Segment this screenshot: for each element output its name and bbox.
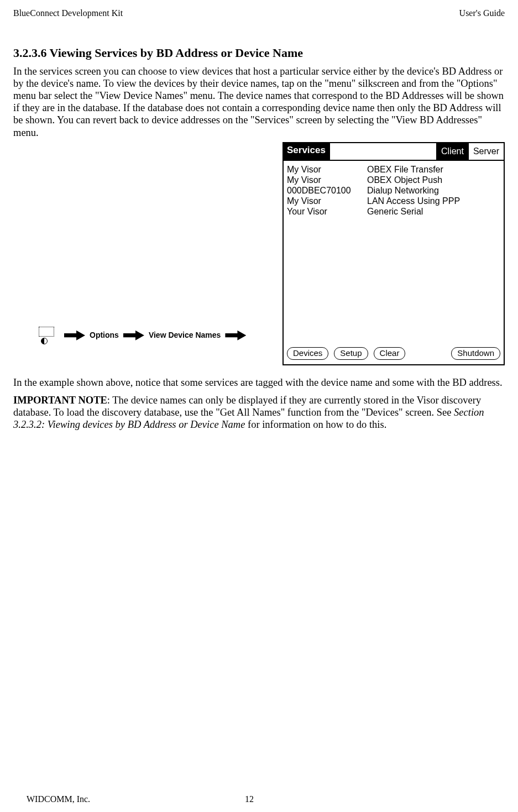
list-item[interactable]: Your Visor Generic Serial	[287, 206, 500, 217]
paragraph-2: In the example shown above, notice that …	[13, 376, 505, 389]
footer-page-number: 12	[245, 794, 254, 804]
section-heading: 3.2.3.6 Viewing Services by BD Address o…	[13, 46, 505, 60]
section-title: Viewing Services by BD Address or Device…	[50, 46, 304, 60]
page: BlueConnect Development Kit User's Guide…	[13, 0, 505, 812]
pda-button-row: Devices Setup Clear Shutdown	[284, 344, 504, 364]
menu-step-options: Options	[90, 331, 119, 340]
device-name-cell: Your Visor	[287, 206, 367, 217]
contrast-circle-icon	[41, 338, 48, 344]
pda-screenshot: Services Client Server My Visor OBEX Fil…	[282, 142, 505, 365]
tab-server[interactable]: Server	[468, 143, 504, 160]
dotted-box-icon	[39, 327, 54, 337]
services-list: My Visor OBEX File Transfer My Visor OBE…	[284, 161, 504, 344]
menu-step-view-device-names: View Device Names	[149, 331, 221, 340]
setup-button[interactable]: Setup	[334, 347, 368, 360]
silkscreen-menu-icon	[35, 326, 60, 345]
service-name-cell: Dialup Networking	[367, 185, 439, 196]
important-note: IMPORTANT NOTE: The device names can onl…	[13, 394, 505, 431]
shutdown-button[interactable]: Shutdown	[451, 347, 500, 360]
section-number: 3.2.3.6	[13, 46, 47, 60]
device-name-cell: 000DBEC70100	[287, 185, 367, 196]
note-body-b: for information on how to do this.	[245, 419, 386, 430]
page-footer: WIDCOMM, Inc. 12	[27, 794, 254, 804]
footer-company: WIDCOMM, Inc.	[27, 794, 90, 804]
device-name-cell: My Visor	[287, 196, 367, 206]
pda-screen-title: Services	[284, 143, 330, 160]
list-item[interactable]: 000DBEC70100 Dialup Networking	[287, 185, 500, 196]
device-name-cell: My Visor	[287, 175, 367, 185]
devices-button[interactable]: Devices	[287, 347, 328, 360]
arrow-right-icon	[123, 331, 144, 340]
paragraph-1: In the services screen you can choose to…	[13, 65, 505, 139]
page-header: BlueConnect Development Kit User's Guide	[13, 0, 505, 46]
menu-navigation-sequence: Options View Device Names	[13, 326, 246, 365]
pda-titlebar: Services Client Server	[284, 143, 504, 161]
figure-region: Options View Device Names Services Clien…	[13, 142, 505, 365]
service-name-cell: OBEX Object Push	[367, 175, 442, 185]
service-name-cell: Generic Serial	[367, 206, 423, 217]
tab-client[interactable]: Client	[436, 143, 468, 160]
header-right: User's Guide	[459, 8, 505, 18]
note-label: IMPORTANT NOTE	[13, 395, 107, 406]
list-item[interactable]: My Visor LAN Access Using PPP	[287, 196, 500, 206]
service-name-cell: LAN Access Using PPP	[367, 196, 460, 206]
list-item[interactable]: My Visor OBEX Object Push	[287, 175, 500, 185]
header-left: BlueConnect Development Kit	[13, 8, 123, 18]
list-item[interactable]: My Visor OBEX File Transfer	[287, 164, 500, 175]
device-name-cell: My Visor	[287, 164, 367, 175]
arrow-right-icon	[64, 331, 85, 340]
arrow-right-icon	[225, 331, 246, 340]
service-name-cell: OBEX File Transfer	[367, 164, 443, 175]
clear-button[interactable]: Clear	[374, 347, 406, 360]
